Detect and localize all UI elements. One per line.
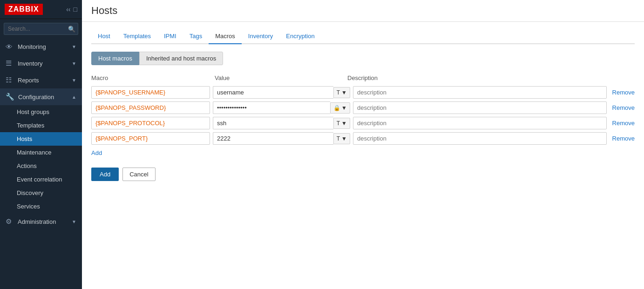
- sidebar-sub-label: Services: [17, 203, 40, 210]
- macro-value-input[interactable]: [213, 86, 333, 99]
- value-type-button[interactable]: T ▼: [333, 133, 350, 144]
- sidebar-sub-label: Actions: [17, 162, 37, 169]
- page-title: Hosts: [91, 5, 635, 17]
- sidebar-item-monitoring[interactable]: 👁 Monitoring ▼: [0, 39, 82, 55]
- sidebar-item-host-groups[interactable]: Host groups: [0, 105, 82, 119]
- col-header-value: Value: [210, 73, 347, 83]
- sidebar-sub-label: Event correlation: [17, 176, 62, 183]
- chevron-down-icon: ▼: [72, 219, 76, 224]
- administration-icon: ⚙: [6, 217, 14, 226]
- tab-templates[interactable]: Templates: [117, 29, 157, 44]
- macro-description-input[interactable]: [353, 117, 607, 129]
- macro-row: T ▼ Remove: [91, 132, 635, 145]
- main-content: Hosts Host Templates IPMI Tags Macros In…: [82, 0, 644, 289]
- sidebar-sub-label: Host groups: [17, 108, 49, 115]
- sidebar-item-services[interactable]: Services: [0, 200, 82, 213]
- remove-link[interactable]: Remove: [612, 104, 635, 111]
- sidebar-item-label: Administration: [18, 218, 56, 225]
- sidebar-item-administration[interactable]: ⚙ Administration ▼: [0, 213, 82, 230]
- sidebar-item-templates[interactable]: Templates: [0, 119, 82, 132]
- sidebar-item-inventory[interactable]: ☰ Inventory ▼: [0, 55, 82, 72]
- value-wrapper: 🔒 ▼: [213, 101, 350, 114]
- sidebar-sub-label: Hosts: [17, 135, 32, 142]
- search-icon: 🔍: [68, 26, 75, 33]
- macro-value-input[interactable]: [213, 117, 333, 129]
- remove-link[interactable]: Remove: [612, 89, 635, 96]
- search-wrapper: 🔍: [4, 23, 78, 35]
- macro-description-input[interactable]: [353, 132, 607, 145]
- macros-column-headers: Macro Value Description: [91, 73, 635, 83]
- tab-macros[interactable]: Macros: [209, 29, 242, 44]
- sidebar-sub-label: Templates: [17, 122, 44, 129]
- sidebar-item-label: Configuration: [18, 94, 54, 101]
- add-button[interactable]: Add: [91, 168, 119, 181]
- toggle-inherited-macros[interactable]: Inherited and host macros: [139, 52, 223, 65]
- reports-icon: ☷: [6, 76, 14, 84]
- value-wrapper: T ▼: [213, 132, 350, 145]
- macro-name-input[interactable]: [91, 101, 210, 114]
- inventory-icon: ☰: [6, 59, 14, 67]
- sidebar-item-discovery[interactable]: Discovery: [0, 186, 82, 200]
- value-type-button[interactable]: T ▼: [333, 87, 350, 98]
- value-type-button[interactable]: T ▼: [333, 118, 350, 129]
- sidebar-search-area: 🔍: [0, 19, 82, 39]
- toggle-host-macros[interactable]: Host macros: [91, 52, 139, 65]
- sidebar-sub-label: Maintenance: [17, 149, 51, 156]
- macro-name-input[interactable]: [91, 86, 210, 99]
- remove-link[interactable]: Remove: [612, 135, 635, 142]
- macro-row: 🔒 ▼ Remove: [91, 101, 635, 114]
- form-buttons: Add Cancel: [91, 168, 635, 181]
- macro-toggle-group: Host macros Inherited and host macros: [91, 52, 635, 65]
- sidebar-item-hosts[interactable]: Hosts: [0, 132, 82, 146]
- macro-row: T ▼ Remove: [91, 117, 635, 129]
- sidebar-sub-label: Discovery: [17, 189, 43, 196]
- sidebar-item-actions[interactable]: Actions: [0, 159, 82, 173]
- nav-section: 👁 Monitoring ▼ ☰ Inventory ▼ ☷ Reports ▼…: [0, 39, 82, 230]
- zabbix-logo: ZABBIX: [5, 4, 43, 15]
- tab-ipmi[interactable]: IPMI: [157, 29, 183, 44]
- lock-icon: 🔒: [333, 105, 340, 111]
- macro-description-input[interactable]: [353, 101, 607, 114]
- sidebar-item-label: Monitoring: [18, 43, 46, 50]
- content-area: Host Templates IPMI Tags Macros Inventor…: [82, 22, 644, 289]
- macro-value-input[interactable]: [213, 132, 333, 145]
- macro-name-input[interactable]: [91, 132, 210, 145]
- macro-name-input[interactable]: [91, 117, 210, 129]
- remove-link[interactable]: Remove: [612, 120, 635, 127]
- sidebar-item-maintenance[interactable]: Maintenance: [0, 146, 82, 159]
- chevron-down-icon: ▼: [72, 44, 76, 49]
- macro-value-input[interactable]: [213, 101, 330, 114]
- tab-inventory[interactable]: Inventory: [242, 29, 279, 44]
- add-macro-link[interactable]: Add: [91, 149, 102, 156]
- tab-tags[interactable]: Tags: [183, 29, 209, 44]
- sidebar: ZABBIX ‹‹ □ 🔍 👁 Monitoring ▼ ☰ Inventory…: [0, 0, 82, 289]
- monitoring-icon: 👁: [6, 43, 14, 51]
- cancel-button[interactable]: Cancel: [122, 168, 155, 181]
- search-input[interactable]: [4, 23, 78, 35]
- chevron-down-icon: ▼: [72, 61, 76, 66]
- configuration-icon: 🔧: [6, 93, 14, 101]
- col-header-macro: Macro: [91, 73, 210, 83]
- sidebar-item-event-correlation[interactable]: Event correlation: [0, 173, 82, 186]
- sidebar-header: ZABBIX ‹‹ □: [0, 0, 82, 19]
- macro-description-input[interactable]: [353, 86, 607, 99]
- sidebar-item-configuration[interactable]: 🔧 Configuration ▲: [0, 88, 82, 105]
- sidebar-item-label: Inventory: [18, 60, 42, 67]
- sidebar-controls: ‹‹ □: [66, 6, 77, 13]
- expand-icon[interactable]: □: [74, 6, 77, 13]
- chevron-down-icon: ▼: [72, 78, 76, 83]
- value-wrapper: T ▼: [213, 117, 350, 129]
- tab-encryption[interactable]: Encryption: [279, 29, 321, 44]
- tab-host[interactable]: Host: [91, 29, 117, 44]
- tabs-bar: Host Templates IPMI Tags Macros Inventor…: [91, 29, 635, 44]
- page-header: Hosts: [82, 0, 644, 22]
- value-wrapper: T ▼: [213, 86, 350, 99]
- col-header-description: Description: [347, 73, 635, 83]
- sidebar-item-label: Reports: [18, 77, 39, 84]
- chevron-up-icon: ▲: [72, 94, 76, 100]
- value-type-button[interactable]: 🔒 ▼: [330, 102, 350, 114]
- sidebar-item-reports[interactable]: ☷ Reports ▼: [0, 72, 82, 88]
- macro-row: T ▼ Remove: [91, 86, 635, 99]
- collapse-icon[interactable]: ‹‹: [66, 6, 70, 13]
